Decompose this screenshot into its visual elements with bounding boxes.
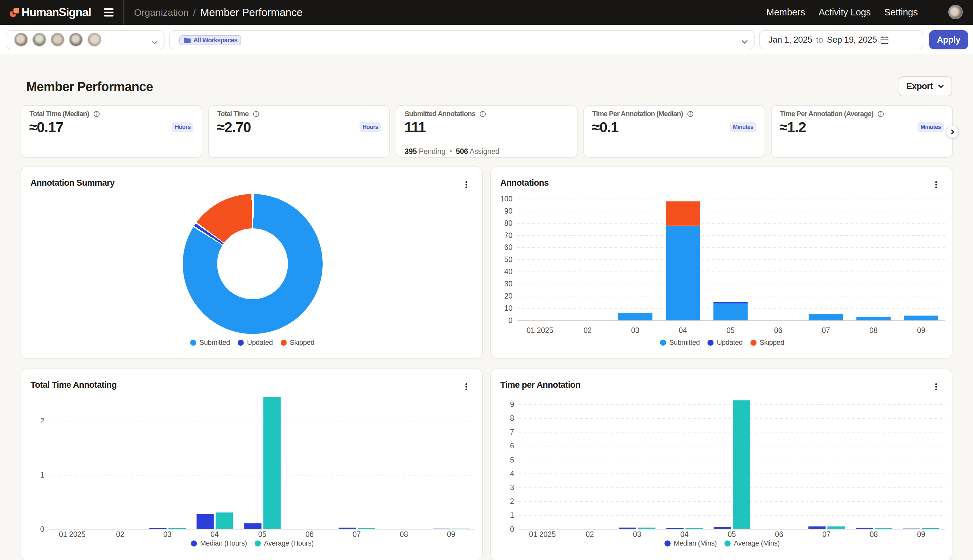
svg-text:10: 10 <box>504 304 513 312</box>
svg-text:01 2025: 01 2025 <box>529 530 556 538</box>
svg-text:0: 0 <box>40 525 44 533</box>
svg-text:70: 70 <box>504 231 513 240</box>
svg-text:90: 90 <box>504 207 513 215</box>
svg-text:80: 80 <box>504 219 513 227</box>
svg-text:20: 20 <box>504 292 513 300</box>
svg-text:03: 03 <box>163 530 172 538</box>
svg-text:08: 08 <box>870 326 878 335</box>
svg-text:7: 7 <box>510 428 514 436</box>
svg-text:4: 4 <box>510 470 514 478</box>
svg-text:06: 06 <box>775 530 783 538</box>
svg-text:08: 08 <box>870 530 878 538</box>
svg-text:04: 04 <box>680 530 688 538</box>
svg-text:04: 04 <box>210 530 219 538</box>
svg-text:5: 5 <box>510 456 514 464</box>
svg-text:06: 06 <box>305 530 314 538</box>
svg-text:50: 50 <box>504 255 513 263</box>
svg-text:8: 8 <box>510 414 514 422</box>
svg-text:100: 100 <box>500 195 513 203</box>
svg-text:3: 3 <box>510 483 514 492</box>
svg-text:09: 09 <box>447 530 455 538</box>
svg-text:06: 06 <box>774 326 783 335</box>
svg-text:1: 1 <box>510 511 514 519</box>
svg-text:30: 30 <box>504 280 513 288</box>
svg-text:9: 9 <box>510 400 514 408</box>
svg-text:03: 03 <box>633 530 641 538</box>
svg-text:09: 09 <box>917 326 926 335</box>
svg-text:05: 05 <box>258 530 267 538</box>
svg-text:08: 08 <box>400 530 408 538</box>
svg-text:02: 02 <box>116 530 125 538</box>
svg-text:60: 60 <box>504 243 513 252</box>
svg-text:40: 40 <box>504 267 513 276</box>
svg-text:09: 09 <box>917 530 925 538</box>
svg-text:1: 1 <box>40 471 44 479</box>
svg-text:6: 6 <box>510 442 514 450</box>
svg-text:01 2025: 01 2025 <box>526 326 553 335</box>
svg-text:07: 07 <box>822 530 831 538</box>
svg-text:2: 2 <box>510 497 514 505</box>
svg-text:05: 05 <box>726 326 735 335</box>
svg-text:02: 02 <box>586 530 594 538</box>
svg-text:05: 05 <box>728 530 736 538</box>
svg-text:07: 07 <box>821 326 830 335</box>
svg-text:0: 0 <box>508 316 513 325</box>
svg-text:04: 04 <box>679 326 687 335</box>
svg-text:0: 0 <box>510 525 514 533</box>
svg-text:2: 2 <box>40 417 44 425</box>
svg-text:03: 03 <box>631 326 640 335</box>
svg-text:01 2025: 01 2025 <box>59 530 86 538</box>
svg-text:07: 07 <box>352 530 361 538</box>
svg-text:02: 02 <box>583 326 592 335</box>
